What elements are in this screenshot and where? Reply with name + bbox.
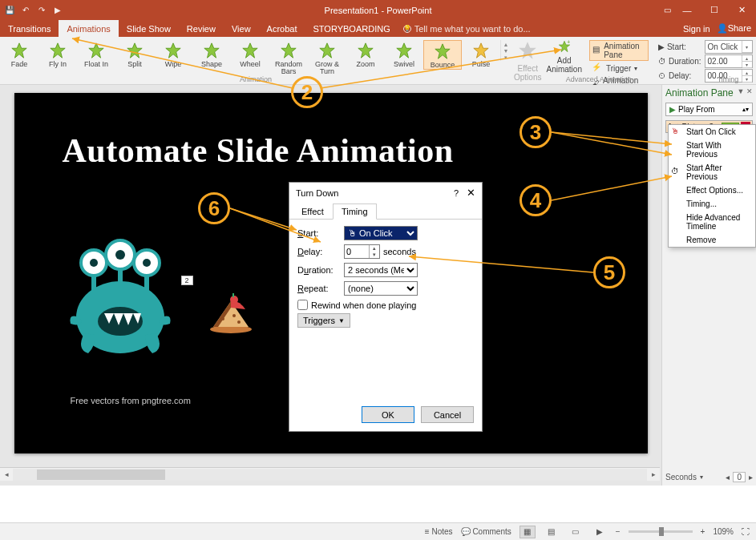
start-slideshow-icon[interactable]: ▶ bbox=[51, 4, 64, 17]
start-select[interactable]: On Click▾ bbox=[705, 40, 753, 54]
notes-button[interactable]: ≡ Notes bbox=[425, 527, 453, 536]
dlg-duration-select[interactable]: 2 seconds (Medium) bbox=[344, 263, 418, 277]
anim-gallery-more[interactable]: ▲▼▾ bbox=[500, 40, 511, 61]
svg-marker-9 bbox=[358, 43, 373, 58]
scroll-right-icon[interactable]: ▸ bbox=[647, 470, 660, 478]
view-slideshow-icon[interactable]: ▶ bbox=[592, 526, 608, 538]
dlg-rewind-check[interactable]: Rewind when done playing bbox=[297, 300, 474, 310]
zoom-in-icon[interactable]: + bbox=[701, 527, 705, 536]
fit-window-icon[interactable]: ⛶ bbox=[742, 527, 750, 536]
view-sorter-icon[interactable]: ▤ bbox=[544, 526, 560, 538]
tab-review[interactable]: Review bbox=[179, 20, 224, 37]
anim-fade[interactable]: Fade bbox=[0, 40, 38, 68]
svg-point-34 bbox=[221, 317, 224, 320]
anim-flyin[interactable]: Fly In bbox=[38, 40, 77, 68]
ctx-effect-options[interactable]: Effect Options... bbox=[669, 183, 755, 197]
zoom-slider[interactable] bbox=[629, 530, 693, 533]
svg-point-30 bbox=[143, 259, 151, 267]
horizontal-scrollbar[interactable]: ◂ ▸ bbox=[0, 467, 660, 481]
pager-prev[interactable]: ◂ bbox=[726, 473, 730, 482]
pager-value: 0 bbox=[733, 472, 746, 482]
window-title: Presentation1 - PowerPoint bbox=[325, 6, 432, 15]
tab-transitions[interactable]: Transitions bbox=[0, 20, 59, 37]
help-icon[interactable]: ? bbox=[454, 188, 459, 198]
tab-view[interactable]: View bbox=[224, 20, 259, 37]
ribbon-tabs: Transitions Animations Slide Show Review… bbox=[0, 20, 756, 37]
dlg-start-select[interactable]: 🖱 On Click bbox=[344, 226, 418, 240]
zoom-out-icon[interactable]: − bbox=[616, 527, 621, 536]
group-advanced-label: Advanced Animation bbox=[544, 75, 653, 83]
anim-wipe[interactable]: Wipe bbox=[154, 40, 192, 68]
comments-button[interactable]: 💬 Comments bbox=[461, 527, 511, 536]
redo-icon[interactable]: ↷ bbox=[35, 4, 48, 17]
anim-pulse[interactable]: Pulse bbox=[462, 40, 500, 68]
effect-options-button[interactable]: Effect Options bbox=[511, 37, 544, 84]
tab-storyboarding[interactable]: STORYBOARDING bbox=[305, 20, 398, 37]
trigger-icon: ⚡ bbox=[592, 62, 603, 74]
svg-point-29 bbox=[115, 250, 125, 260]
dlg-delay-unit: seconds bbox=[383, 247, 416, 256]
pane-options-icon[interactable]: ▼ ✕ bbox=[738, 87, 753, 99]
anim-shape[interactable]: Shape bbox=[192, 40, 231, 68]
pager-next[interactable]: ▸ bbox=[749, 473, 753, 482]
undo-icon[interactable]: ↶ bbox=[19, 4, 32, 17]
minimize-button[interactable]: — bbox=[676, 2, 698, 18]
view-reading-icon[interactable]: ▭ bbox=[568, 526, 584, 538]
ribbon-options-icon[interactable]: ▭ bbox=[664, 6, 671, 14]
close-icon[interactable]: ✕ bbox=[467, 187, 475, 199]
ctx-start-after-previous[interactable]: ⏱Start After Previous bbox=[669, 161, 755, 183]
animation-order-tag[interactable]: 2 bbox=[181, 276, 193, 285]
dialog-titlebar[interactable]: Turn Down ? ✕ bbox=[289, 183, 482, 203]
ctx-timing[interactable]: Timing... bbox=[669, 197, 755, 211]
cancel-button[interactable]: Cancel bbox=[421, 406, 474, 423]
play-from-button[interactable]: ▶Play From▴▾ bbox=[665, 103, 753, 116]
add-animation-button[interactable]: + Add Animation bbox=[544, 37, 584, 75]
tell-me[interactable]: 💡 Tell me what you want to do... bbox=[398, 20, 531, 37]
dialog-tab-effect[interactable]: Effect bbox=[293, 204, 333, 220]
anim-growturn[interactable]: Grow & Turn bbox=[308, 40, 346, 75]
ctx-start-on-click[interactable]: 🖱Start On Click bbox=[669, 125, 755, 139]
tab-acrobat[interactable]: Acrobat bbox=[259, 20, 305, 37]
ctx-hide-timeline[interactable]: Hide Advanced Timeline bbox=[669, 211, 755, 233]
autosave-icon[interactable]: 💾 bbox=[3, 4, 16, 17]
view-normal-icon[interactable]: ▦ bbox=[519, 526, 536, 538]
rewind-checkbox[interactable] bbox=[297, 300, 308, 310]
chevron-down-icon: ▼ bbox=[338, 317, 345, 324]
svg-marker-0 bbox=[12, 43, 26, 58]
chevron-down-icon: ▾ bbox=[634, 65, 637, 72]
ok-button[interactable]: OK bbox=[362, 406, 414, 423]
anim-bounce[interactable]: Bounce bbox=[423, 40, 462, 70]
tab-animations[interactable]: Animations bbox=[59, 20, 118, 37]
pane-icon: ▤ bbox=[592, 45, 600, 56]
play-icon: ▶ bbox=[669, 105, 676, 114]
dlg-delay-spin[interactable]: ▴▾ bbox=[344, 244, 380, 259]
anim-split[interactable]: Split bbox=[115, 40, 154, 68]
mouse-icon: 🖱 bbox=[671, 127, 682, 138]
anim-randombars[interactable]: Random Bars bbox=[269, 40, 308, 75]
callout-6: 6 bbox=[198, 192, 230, 224]
ctx-remove[interactable]: Remove bbox=[669, 233, 755, 247]
dlg-triggers-button[interactable]: Triggers ▼ bbox=[297, 313, 350, 328]
scroll-left-icon[interactable]: ◂ bbox=[0, 470, 13, 478]
anim-wheel[interactable]: Wheel bbox=[231, 40, 269, 68]
trigger-button[interactable]: ⚡Trigger▾ bbox=[589, 62, 649, 75]
duration-label: ⏱Duration: bbox=[658, 54, 701, 68]
maximize-button[interactable]: ☐ bbox=[703, 2, 726, 18]
monster-image bbox=[64, 229, 176, 357]
duration-spin[interactable]: 02.00▴▾ bbox=[705, 54, 753, 68]
signin-link[interactable]: Sign in bbox=[683, 24, 710, 34]
zoom-value[interactable]: 109% bbox=[713, 527, 734, 536]
tab-slideshow[interactable]: Slide Show bbox=[119, 20, 179, 37]
dialog-tab-timing[interactable]: Timing bbox=[333, 204, 377, 220]
anim-swivel[interactable]: Swivel bbox=[385, 40, 423, 68]
animation-pane-button[interactable]: ▤Animation Pane bbox=[589, 40, 649, 61]
ctx-start-with-previous[interactable]: Start With Previous bbox=[669, 139, 755, 161]
anim-zoom[interactable]: Zoom bbox=[346, 40, 385, 68]
share-button[interactable]: 👤Share bbox=[717, 23, 751, 34]
close-button[interactable]: ✕ bbox=[730, 2, 753, 18]
scroll-thumb[interactable] bbox=[37, 469, 165, 480]
anim-floatin[interactable]: Float In bbox=[77, 40, 115, 68]
chevron-down-icon[interactable]: ▾ bbox=[700, 474, 703, 481]
dlg-repeat-select[interactable]: (none) bbox=[344, 281, 418, 296]
svg-marker-12 bbox=[474, 43, 488, 58]
